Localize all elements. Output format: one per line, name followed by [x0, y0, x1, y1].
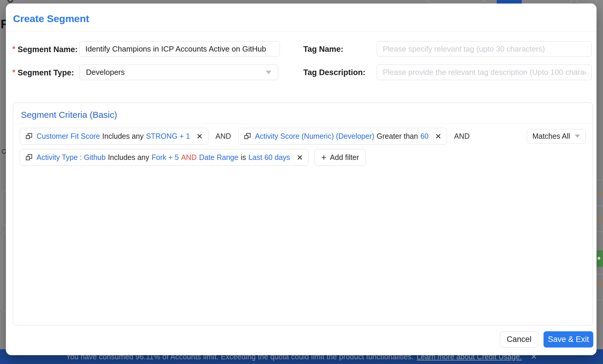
overlap-squares-icon [25, 154, 33, 161]
background-status-dot [598, 218, 601, 221]
chevron-down-icon [575, 135, 580, 138]
tag-description-label: Tag Description: [303, 68, 365, 77]
segment-name-input[interactable] [79, 41, 280, 57]
background-avatar-fragment [598, 282, 602, 286]
filter-row-2: Activity Type : Github Includes any Fork… [20, 149, 366, 166]
background-primary-button-edge [497, 0, 522, 4]
required-asterisk: * [12, 68, 15, 76]
background-toolbar-button [577, 0, 597, 4]
chevron-down-icon [266, 71, 271, 74]
background-logo-fragment [7, 0, 13, 3]
required-asterisk: * [12, 45, 15, 53]
background-row-divider [597, 180, 603, 180]
segment-type-label: *Segment Type: [12, 68, 74, 77]
filter-chip-activity-type-github[interactable]: Activity Type : Github Includes any Fork… [20, 149, 309, 166]
filter-row-1: Customer Fit Score Includes any STRONG +… [20, 128, 586, 145]
overlap-squares-icon [244, 133, 251, 140]
screen: F You have consumed 96.11% of Accounts l… [0, 0, 603, 364]
overlap-squares-icon [25, 133, 33, 140]
background-toolbar-button [428, 0, 484, 4]
segment-criteria-card: Segment Criteria (Basic) Customer Fit Sc… [13, 102, 593, 325]
background-row-divider [597, 300, 603, 300]
remove-filter-icon[interactable]: ✕ [196, 133, 203, 140]
and-connector: AND [454, 132, 470, 140]
tag-name-label: Tag Name: [303, 45, 343, 54]
remove-filter-icon[interactable]: ✕ [435, 133, 441, 140]
modal-title: Create Segment [13, 13, 89, 24]
background-status-dot [598, 191, 601, 194]
criteria-title: Segment Criteria (Basic) [21, 110, 117, 120]
tag-name-input[interactable] [377, 41, 592, 57]
segment-type-value: Developers [86, 68, 266, 77]
filter-chip-text: Customer Fit Score Includes any STRONG +… [37, 132, 190, 140]
filter-chip-activity-score[interactable]: Activity Score (Numeric) (Developer) Gre… [238, 128, 447, 145]
add-filter-button[interactable]: + Add filter [314, 149, 366, 166]
criteria-divider [13, 123, 593, 124]
background-row-divider [597, 231, 603, 232]
cancel-button[interactable]: Cancel [500, 331, 538, 348]
filter-chip-customer-fit-score[interactable]: Customer Fit Score Includes any STRONG +… [20, 128, 208, 145]
remove-filter-icon[interactable]: ✕ [296, 154, 303, 161]
title-divider [6, 32, 597, 32]
and-connector: AND [216, 132, 231, 140]
segment-type-select[interactable]: Developers [79, 64, 278, 80]
background-green-cell-dot [597, 257, 600, 260]
matches-all-value: Matches All [532, 132, 570, 140]
background-row-divider [597, 274, 603, 274]
segment-name-label: *Segment Name: [12, 45, 78, 54]
filter-chip-text: Activity Score (Numeric) (Developer) Gre… [255, 132, 429, 140]
tag-description-input[interactable] [377, 64, 592, 80]
save-exit-button[interactable]: Save & Exit [544, 331, 593, 348]
plus-icon: + [321, 153, 327, 162]
create-segment-modal: Create Segment *Segment Name: Tag Name: … [6, 4, 597, 355]
matches-all-select[interactable]: Matches All [527, 129, 586, 144]
filter-chip-text: Activity Type : Github Includes any Fork… [37, 153, 290, 162]
background-row-divider [597, 206, 603, 206]
